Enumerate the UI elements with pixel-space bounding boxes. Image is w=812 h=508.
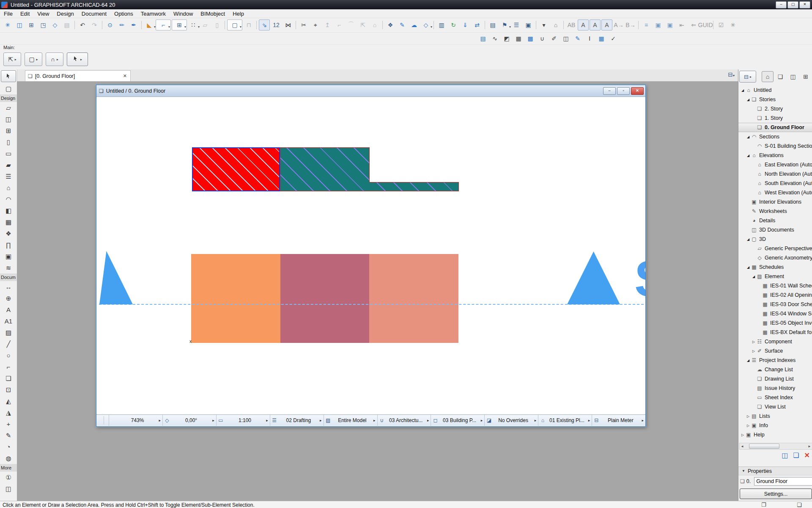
settings-button[interactable]: Settings... bbox=[740, 489, 812, 499]
expand-arrow-icon[interactable]: ◢ bbox=[746, 237, 751, 241]
line-tool[interactable]: ╱ bbox=[0, 338, 17, 350]
pull-dimension-icon[interactable]: ⇤ bbox=[676, 19, 687, 30]
measure-unit[interactable]: ⊟ Plain Meter ▸ bbox=[592, 415, 645, 426]
dimension-style[interactable]: ◻ 03 Building P... ▸ bbox=[431, 415, 484, 426]
text-tool[interactable]: A bbox=[0, 304, 17, 315]
tree-item-3d[interactable]: ◢ ▢ 3D bbox=[738, 235, 812, 244]
redo-icon[interactable]: ↷ bbox=[89, 19, 100, 30]
maximize-button[interactable]: ▢ bbox=[787, 1, 798, 8]
split-plane-icon[interactable]: ◇ bbox=[49, 19, 60, 30]
fit-home-icon[interactable]: ⌂ bbox=[369, 19, 380, 30]
document-window[interactable]: ❏ Untitled / 0. Ground Floor – ▫ ✕ S x bbox=[96, 85, 646, 427]
object-tool[interactable]: ∏ bbox=[0, 239, 17, 251]
scrollbar-thumb[interactable] bbox=[749, 444, 779, 449]
tree-item-element[interactable]: ◢ ▨ Element bbox=[738, 272, 812, 281]
skylight-tool[interactable]: ◧ bbox=[0, 205, 17, 216]
tree-item-stories[interactable]: ◢ ❏ Stories bbox=[738, 95, 812, 104]
menu-item-help[interactable]: Help bbox=[229, 10, 248, 17]
tree-item-ies-04-window-sche[interactable]: ▦ IES-04 Window Sche bbox=[738, 309, 812, 318]
spline-icon[interactable]: ∿ bbox=[489, 33, 500, 44]
expand-arrow-icon[interactable]: ◢ bbox=[746, 154, 751, 157]
arrow-mode[interactable]: ▸ bbox=[67, 52, 88, 66]
orange-fill[interactable] bbox=[191, 254, 280, 343]
3d-document-tool[interactable]: ◍ bbox=[0, 453, 17, 464]
close-tab-icon[interactable]: ✕ bbox=[123, 73, 127, 79]
save-view-icon[interactable]: ◫ bbox=[560, 33, 571, 44]
expand-arrow-icon[interactable]: ◢ bbox=[740, 88, 745, 92]
door-tool[interactable]: ◫ bbox=[0, 113, 17, 125]
modify-profile-icon[interactable]: ✎ bbox=[397, 19, 408, 30]
attention-marks-icon[interactable]: ✳ bbox=[2, 19, 13, 30]
menu-item-file[interactable]: File bbox=[0, 10, 16, 17]
tab-ground-floor[interactable]: ❏ [0. Ground Floor] ✕ bbox=[25, 70, 131, 81]
expand-arrow-icon[interactable]: ◢ bbox=[746, 265, 751, 269]
find-select-b-icon[interactable]: A bbox=[590, 19, 601, 30]
curtain-wall-tool[interactable]: ▦ bbox=[0, 216, 17, 228]
navigator-horizontal-scrollbar[interactable]: ◄ ► bbox=[739, 443, 812, 450]
dimension-tool[interactable]: ↔ bbox=[0, 281, 17, 293]
frame-delete-icon[interactable]: ▣ bbox=[664, 19, 675, 30]
expand-arrow-icon[interactable]: ▷ bbox=[746, 414, 751, 418]
tree-item-untitled[interactable]: ◢ ⌂ Untitled bbox=[738, 86, 812, 95]
tree-item-schedules[interactable]: ◢ ▦ Schedules bbox=[738, 262, 812, 272]
floor-plan-canvas[interactable]: S x bbox=[96, 97, 645, 414]
menu-item-options[interactable]: Options bbox=[110, 10, 137, 17]
reorder-icon[interactable]: ▤ bbox=[61, 19, 72, 30]
paint-brush-icon[interactable]: ✐ bbox=[549, 33, 560, 44]
tree-item-north-elevation-auto[interactable]: ⌂ North Elevation (Auto- bbox=[738, 169, 812, 179]
pen-holder-icon[interactable]: ∪ bbox=[537, 33, 548, 44]
model-view-options[interactable]: ▨ Entire Model ▸ bbox=[324, 415, 377, 426]
camera-tool[interactable]: ◫ bbox=[0, 483, 17, 494]
tree-item-info[interactable]: ▷ ▣ Info bbox=[738, 421, 812, 430]
minimize-button[interactable]: – bbox=[776, 1, 787, 8]
salmon-fill[interactable] bbox=[369, 254, 458, 343]
more-tools-icon[interactable]: ▾ bbox=[538, 19, 549, 30]
publisher-sets-tab-icon[interactable]: ⊞ bbox=[800, 71, 812, 82]
ab-apply-icon[interactable]: A→ bbox=[613, 19, 624, 30]
tree-item-details[interactable]: ◕ Details bbox=[738, 216, 812, 225]
zone-tool[interactable]: ▣ bbox=[0, 251, 17, 262]
transform-cage-icon[interactable]: ⊞ bbox=[26, 19, 37, 30]
document-window-title-bar[interactable]: ❏ Untitled / 0. Ground Floor – ▫ ✕ bbox=[96, 85, 645, 97]
guid-icon[interactable]: GUID bbox=[700, 19, 711, 30]
snap-grid-icon[interactable]: ∷ bbox=[188, 19, 199, 30]
menu-item-view[interactable]: View bbox=[33, 10, 53, 17]
tree-item-west-elevation-auto-r[interactable]: ⌂ West Elevation (Auto-r bbox=[738, 188, 812, 197]
profile-arrow-icon[interactable]: ⚑ bbox=[499, 19, 510, 30]
window-tool[interactable]: ⊞ bbox=[0, 125, 17, 136]
tree-item-1-story[interactable]: ❏ 1. Story bbox=[738, 113, 812, 123]
push-dimension-icon[interactable]: ⇐ bbox=[688, 19, 699, 30]
radial-dimension-tool[interactable]: ⊕ bbox=[0, 293, 17, 304]
panel-toggle-icon[interactable]: ❏ bbox=[797, 502, 802, 508]
check-document-icon[interactable]: ☑ bbox=[716, 19, 727, 30]
project-chooser-button[interactable]: ⊟▸ bbox=[739, 71, 756, 83]
drag-mode[interactable]: ⇱▸ bbox=[3, 52, 21, 66]
favorites-apply-icon[interactable]: ◫ bbox=[14, 19, 25, 30]
magnet-mode[interactable]: ∩▸ bbox=[46, 52, 63, 66]
scroll-left-icon[interactable]: ◄ bbox=[740, 444, 745, 448]
clone-folder-icon[interactable]: ❏ bbox=[793, 451, 799, 459]
tree-item-sheet-index[interactable]: ▭ Sheet Index bbox=[738, 393, 812, 402]
corner-hatch-icon[interactable]: ◩ bbox=[501, 33, 512, 44]
expand-arrow-icon[interactable]: ◢ bbox=[746, 98, 751, 102]
roof-tool[interactable]: ⌂ bbox=[0, 182, 17, 193]
marquee-select-mode[interactable]: ▢▸ bbox=[25, 52, 42, 66]
tree-item-interior-elevations[interactable]: ▣ Interior Elevations bbox=[738, 197, 812, 207]
find-select-c-icon[interactable]: A bbox=[601, 19, 612, 30]
marquee-resize-icon[interactable]: ◳ bbox=[38, 19, 49, 30]
file-exchange-icon[interactable]: ⇄ bbox=[472, 19, 483, 30]
big-letter-s[interactable]: S bbox=[634, 249, 645, 308]
interior-elevation-tool[interactable]: + bbox=[0, 418, 17, 430]
wall-tool[interactable]: ▱ bbox=[0, 102, 17, 113]
tree-item-project-indexes[interactable]: ◢ ☰ Project Indexes bbox=[738, 356, 812, 365]
pick-up-parameters-icon[interactable]: ✏ bbox=[116, 19, 127, 30]
pen-set-edit-icon[interactable]: ✎ bbox=[572, 33, 583, 44]
tree-item-surface[interactable]: ▷ ✐ Surface bbox=[738, 346, 812, 356]
element-snap-icon[interactable]: ⇘ bbox=[259, 19, 270, 30]
mesh-tool[interactable]: ≋ bbox=[0, 262, 17, 273]
tree-item-ies-05-object-invento[interactable]: ▦ IES-05 Object Invento bbox=[738, 318, 812, 328]
tree-item-elevations[interactable]: ◢ ⌂ Elevations bbox=[738, 151, 812, 160]
expand-arrow-icon[interactable]: ◢ bbox=[746, 359, 751, 362]
tree-item-ies-01-wall-schedule[interactable]: ▦ IES-01 Wall Schedule bbox=[738, 281, 812, 290]
dimension-units-icon[interactable]: 12 bbox=[271, 19, 282, 30]
